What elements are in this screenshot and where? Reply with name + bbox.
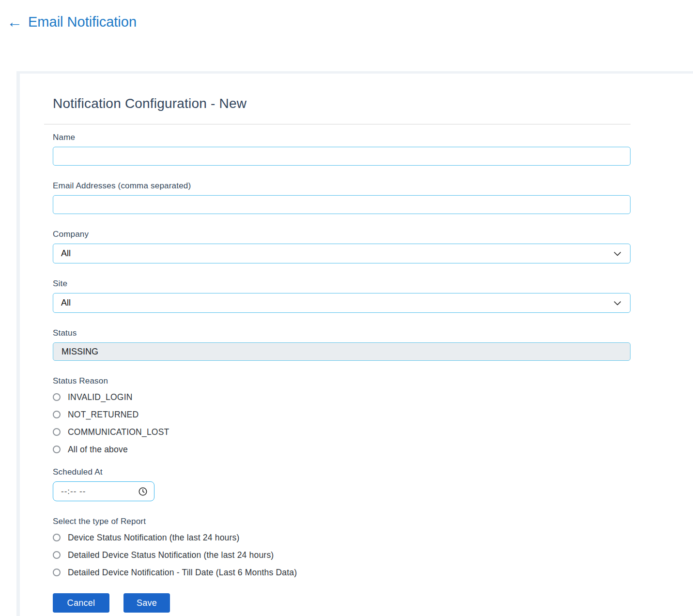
- name-label: Name: [53, 133, 664, 142]
- radio-option-label: Detailed Device Notification - Till Date…: [68, 568, 297, 578]
- company-label: Company: [53, 230, 664, 239]
- status-reason-option-communication-lost[interactable]: COMMUNICATION_LOST: [53, 426, 664, 438]
- email-addresses-input[interactable]: [53, 195, 631, 214]
- radio-button-icon[interactable]: [53, 428, 61, 436]
- radio-option-label: Device Status Notification (the last 24 …: [68, 533, 240, 543]
- status-field-group: Status MISSING: [53, 328, 664, 361]
- company-field-group: Company All: [53, 230, 664, 263]
- status-reason-option-not-returned[interactable]: NOT_RETURNED: [53, 409, 664, 420]
- radio-option-label: INVALID_LOGIN: [68, 392, 133, 402]
- radio-button-icon[interactable]: [53, 534, 61, 541]
- radio-option-label: COMMUNICATION_LOST: [68, 427, 169, 437]
- back-arrow-icon[interactable]: ←: [7, 14, 22, 30]
- chevron-down-icon[interactable]: [613, 249, 622, 259]
- time-placeholder: --:-- --: [61, 487, 86, 496]
- status-label: Status: [53, 328, 664, 338]
- scheduled-at-time-input[interactable]: --:-- --: [53, 481, 154, 501]
- name-field-group: Name: [53, 133, 664, 166]
- status-reason-label: Status Reason: [53, 376, 664, 386]
- form-actions: Cancel Save: [53, 593, 664, 613]
- report-type-option-device-status[interactable]: Device Status Notification (the last 24 …: [53, 532, 664, 543]
- back-navigation[interactable]: ← Email Notification: [7, 14, 137, 31]
- status-reason-option-invalid-login[interactable]: INVALID_LOGIN: [53, 391, 664, 403]
- cancel-button[interactable]: Cancel: [53, 593, 109, 613]
- email-addresses-label: Email Addresses (comma separated): [53, 181, 664, 191]
- radio-button-icon[interactable]: [53, 569, 61, 576]
- heading-divider: [44, 124, 631, 124]
- report-type-option-detailed-device-status[interactable]: Detailed Device Status Notification (the…: [53, 549, 664, 561]
- radio-button-icon[interactable]: [53, 446, 61, 453]
- report-type-label: Select the type of Report: [53, 517, 664, 526]
- company-select[interactable]: All: [53, 244, 631, 263]
- report-type-option-detailed-till-date[interactable]: Detailed Device Notification - Till Date…: [53, 567, 664, 578]
- page-title[interactable]: Email Notification: [28, 14, 137, 31]
- status-value-disabled: MISSING: [53, 342, 631, 361]
- clock-icon[interactable]: [138, 487, 148, 496]
- status-reason-option-all-of-the-above[interactable]: All of the above: [53, 444, 664, 455]
- radio-button-icon[interactable]: [53, 551, 61, 559]
- company-selected-value: All: [61, 248, 71, 259]
- chevron-down-icon[interactable]: [613, 298, 622, 308]
- radio-option-label: All of the above: [68, 445, 128, 455]
- scheduled-at-group: Scheduled At --:-- --: [53, 467, 664, 501]
- report-type-group: Select the type of Report Device Status …: [53, 517, 664, 578]
- email-field-group: Email Addresses (comma separated): [53, 181, 664, 214]
- site-selected-value: All: [61, 298, 71, 308]
- site-select[interactable]: All: [53, 293, 631, 313]
- card-content: Notification Configuration - New Name Em…: [20, 74, 693, 616]
- save-button[interactable]: Save: [123, 593, 170, 613]
- status-reason-group: Status Reason INVALID_LOGIN NOT_RETURNED…: [53, 376, 664, 455]
- site-label: Site: [53, 279, 664, 289]
- notification-config-card: Notification Configuration - New Name Em…: [16, 71, 693, 616]
- name-input[interactable]: [53, 147, 631, 166]
- radio-button-icon[interactable]: [53, 393, 61, 401]
- radio-option-label: NOT_RETURNED: [68, 410, 139, 420]
- radio-option-label: Detailed Device Status Notification (the…: [68, 550, 274, 560]
- site-field-group: Site All: [53, 279, 664, 313]
- form-heading: Notification Configuration - New: [53, 96, 664, 111]
- radio-button-icon[interactable]: [53, 411, 61, 418]
- scheduled-at-label: Scheduled At: [53, 467, 664, 477]
